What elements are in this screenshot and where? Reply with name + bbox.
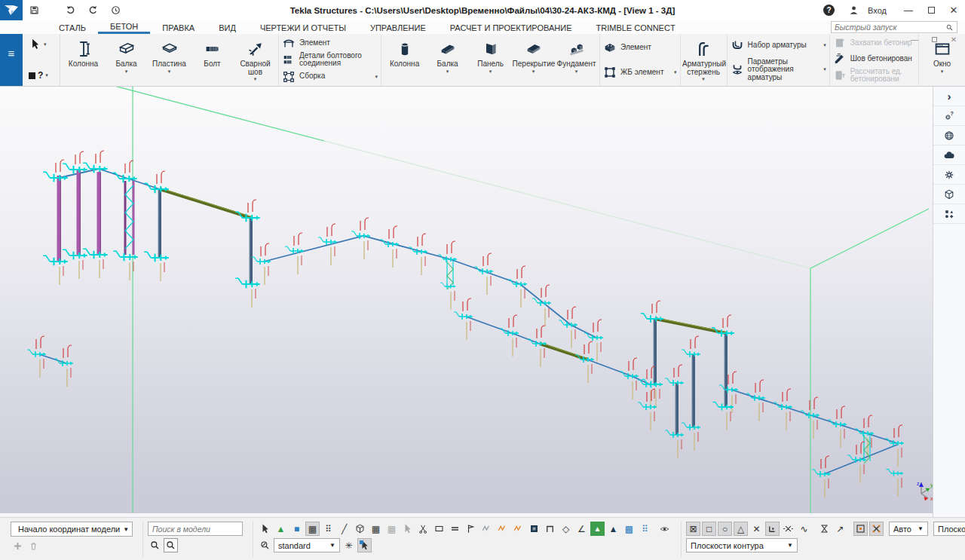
quick-launch-input[interactable]	[835, 23, 945, 32]
tekla-online-button[interactable]	[933, 126, 965, 145]
file-menu-strip[interactable]: ≡	[0, 34, 23, 86]
snap-midpoints-button[interactable]: △	[734, 522, 748, 536]
tab-trimble-connect[interactable]: TRIMBLE CONNECT	[584, 20, 688, 34]
select-welds-button[interactable]	[416, 522, 430, 536]
minimize-button[interactable]: —	[897, 0, 920, 20]
tab-вид[interactable]: ВИД	[207, 20, 248, 34]
select-flags-button[interactable]	[464, 522, 478, 536]
select-rebar-orange-1-button[interactable]	[495, 522, 510, 536]
snap-nearest-button[interactable]: ∿	[797, 522, 811, 536]
snap-any-position-button[interactable]	[817, 522, 832, 536]
snap-depth-select[interactable]: Авто▼	[889, 522, 928, 536]
tab-расчет-и-проектирование[interactable]: РАСЧЕТ И ПРОЕКТИРОВАНИЕ	[438, 20, 584, 34]
login-link[interactable]: Вход	[868, 6, 887, 15]
select-grid-lines-button[interactable]	[400, 522, 415, 536]
rebar-set-button[interactable]: Набор арматуры▾	[731, 38, 826, 52]
select-bent-plates-button[interactable]	[543, 522, 557, 536]
eye-icon[interactable]	[658, 525, 671, 534]
snap-geometry-points-button[interactable]: □	[702, 522, 716, 536]
concrete-beam-button[interactable]: Балка▾	[426, 35, 469, 84]
quick-help-button[interactable]: ?	[933, 106, 965, 126]
undo-icon[interactable]	[61, 3, 79, 18]
select-rebar-gray-button[interactable]	[479, 522, 494, 536]
select-cuts-button[interactable]	[432, 522, 446, 536]
model-search-input[interactable]	[152, 525, 238, 534]
select-views-button[interactable]	[448, 522, 462, 536]
zoom-tool-button[interactable]	[258, 538, 272, 552]
close-button[interactable]: ✕	[942, 0, 965, 20]
rebar-visibility-button[interactable]: Параметры отображения арматуры▾	[731, 58, 826, 82]
steel-column-button[interactable]: Колонна	[62, 35, 105, 84]
select-components-button[interactable]: ▦	[305, 522, 320, 536]
select-edges-button[interactable]: ∠	[574, 522, 589, 536]
snap-reference-points-button[interactable]: ⊠	[686, 522, 700, 536]
snap-intersections-button[interactable]: ✕	[749, 522, 764, 536]
model-viewport[interactable]: zyx	[0, 87, 933, 517]
select-points-button[interactable]: ⠿	[321, 522, 335, 536]
select-assemblies-button[interactable]: ▩	[622, 522, 636, 536]
snap-perpendicular-button[interactable]	[765, 522, 780, 536]
save-icon[interactable]	[25, 3, 43, 18]
quick-launch-search[interactable]	[831, 21, 957, 33]
bolt-button[interactable]: Болт	[191, 35, 234, 84]
tab-сталь[interactable]: СТАЛЬ	[47, 20, 98, 34]
inquire-button[interactable]: ?▾	[29, 70, 57, 81]
select-plates-button[interactable]	[527, 522, 541, 536]
tekla-cloud-button[interactable]	[933, 145, 965, 165]
components-catalog-button[interactable]	[933, 204, 965, 224]
select-surface-objects-button[interactable]: ◇	[559, 522, 573, 536]
select-lines-button[interactable]: ╱	[337, 522, 351, 536]
rc-element-button[interactable]: ЖБ элемент▾	[603, 66, 677, 79]
snap-extension-lines-button[interactable]	[781, 522, 795, 536]
coordinate-origin-select[interactable]: Начало координат модели ▼	[11, 522, 133, 537]
view-restore-button[interactable]	[926, 35, 942, 44]
tab-бетон[interactable]: БЕТОН	[98, 20, 150, 34]
restore-button[interactable]	[920, 0, 942, 20]
panel-button[interactable]: Панель▾	[469, 35, 512, 84]
foundation-button[interactable]: Фундамент▾	[555, 35, 598, 84]
concrete-column-button[interactable]: Колонна	[383, 35, 426, 84]
select-tasks-button[interactable]: ⠿	[638, 522, 652, 536]
snap-free-button[interactable]: ↗	[833, 522, 847, 536]
snap-centers-button[interactable]: ○	[718, 522, 732, 536]
select-filter-blue-button[interactable]: ■	[290, 522, 304, 536]
concrete-element-button[interactable]: Элемент	[603, 41, 677, 54]
select-pour-units-button[interactable]: ▲	[606, 522, 620, 536]
slab-button[interactable]: Перекрытие▾	[512, 35, 555, 84]
pour-seam-button[interactable]: Шов бетонирован	[833, 52, 915, 66]
snap-plane-select[interactable]: Плоскость вида▼	[933, 522, 965, 536]
tab-чертежи-и-отчеты[interactable]: ЧЕРТЕЖИ И ОТЧЕТЫ	[248, 20, 358, 34]
select-rebar-orange-2-button[interactable]	[511, 522, 525, 536]
select-parts-button[interactable]	[353, 522, 367, 536]
user-icon[interactable]	[844, 3, 862, 18]
select-surfaces-button[interactable]: ▦	[369, 522, 383, 536]
select-filter-green-button[interactable]: ▲	[274, 522, 288, 536]
search-run-button[interactable]	[148, 538, 162, 552]
tab-правка[interactable]: ПРАВКА	[150, 20, 207, 34]
select-grids-button[interactable]: ▦	[384, 522, 399, 536]
weld-button[interactable]: Сварной шов▾	[234, 35, 277, 84]
steel-element-button[interactable]: Элемент	[282, 36, 378, 50]
rebar-button[interactable]: Арматурный стержень▾	[682, 35, 725, 84]
view-minimize-button[interactable]: —	[906, 35, 923, 44]
freeze-tool-button[interactable]: ✳	[342, 538, 356, 552]
snap-override-cross-button[interactable]	[869, 522, 884, 536]
help-icon[interactable]: ?	[823, 5, 835, 16]
applications-button[interactable]	[933, 165, 965, 185]
contour-planes-select[interactable]: Плоскости контура▼	[686, 538, 798, 552]
plate-button[interactable]: Пластина▾	[148, 35, 191, 84]
selection-filter-select[interactable]: standard▼	[274, 538, 340, 552]
steel-beam-button[interactable]: Балка▾	[105, 35, 148, 84]
side-pane-expand-button[interactable]: ›	[933, 87, 965, 106]
select-pour-objects-button[interactable]: ▲	[590, 522, 605, 536]
select-arrow-button[interactable]: ▾	[29, 38, 57, 50]
assembly-button[interactable]: Сборка▾	[282, 70, 378, 84]
bolt-connection-parts-button[interactable]: Детали болтового соединения	[282, 52, 378, 68]
model-objects-button[interactable]	[933, 185, 965, 204]
search-options-button[interactable]	[164, 538, 178, 552]
select-all-cursor-button[interactable]	[258, 522, 272, 536]
snap-override-square-button[interactable]	[853, 522, 868, 536]
smart-select-toggle-button[interactable]	[357, 538, 372, 552]
redo-icon[interactable]	[84, 3, 102, 18]
history-icon[interactable]	[106, 3, 124, 18]
